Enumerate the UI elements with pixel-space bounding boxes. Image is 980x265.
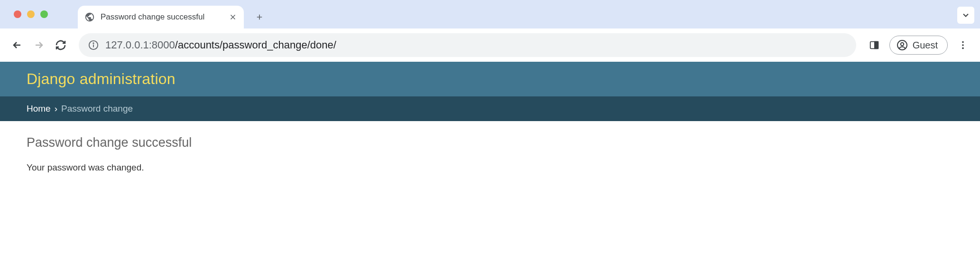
tab-title: Password change successful [101, 12, 223, 22]
svg-point-2 [93, 43, 93, 43]
browser-tab-strip: Password change successful [0, 0, 980, 28]
url-port: :8000 [149, 39, 175, 51]
forward-button[interactable] [29, 36, 48, 55]
breadcrumb-home[interactable]: Home [27, 104, 51, 114]
admin-header: Django administration [0, 62, 980, 96]
reload-button[interactable] [51, 36, 70, 55]
window-minimize-button[interactable] [27, 10, 35, 18]
back-button[interactable] [8, 36, 27, 55]
svg-point-7 [962, 41, 964, 43]
kebab-menu-icon[interactable] [953, 36, 972, 55]
window-maximize-button[interactable] [40, 10, 48, 18]
admin-header-title[interactable]: Django administration [27, 70, 953, 88]
page-title: Password change successful [27, 135, 953, 150]
breadcrumb: Home › Password change [0, 96, 980, 121]
svg-point-6 [900, 43, 903, 46]
profile-label: Guest [913, 40, 938, 51]
breadcrumb-separator: › [55, 104, 57, 114]
new-tab-button[interactable] [250, 8, 268, 26]
window-close-button[interactable] [14, 10, 21, 18]
toolbar-right: Guest [865, 36, 972, 55]
url-path: /accounts/password_change/done/ [175, 39, 336, 51]
url-text: 127.0.0.1:8000/accounts/password_change/… [105, 39, 336, 51]
svg-point-9 [962, 47, 964, 49]
tabs-dropdown-button[interactable] [957, 7, 974, 24]
window-controls [14, 10, 48, 18]
browser-tab[interactable]: Password change successful [78, 6, 244, 28]
globe-icon [84, 12, 95, 22]
info-icon[interactable] [88, 40, 99, 50]
address-bar[interactable]: 127.0.0.1:8000/accounts/password_change/… [79, 33, 856, 57]
svg-point-8 [962, 44, 964, 46]
svg-rect-4 [875, 42, 878, 49]
close-icon[interactable] [229, 13, 237, 21]
breadcrumb-current: Password change [61, 104, 133, 114]
url-host: 127.0.0.1 [105, 39, 149, 51]
profile-button[interactable]: Guest [889, 36, 948, 55]
page-message: Your password was changed. [27, 162, 953, 173]
browser-toolbar: 127.0.0.1:8000/accounts/password_change/… [0, 28, 980, 62]
admin-content: Password change successful Your password… [0, 121, 980, 187]
side-panel-icon[interactable] [865, 36, 884, 55]
